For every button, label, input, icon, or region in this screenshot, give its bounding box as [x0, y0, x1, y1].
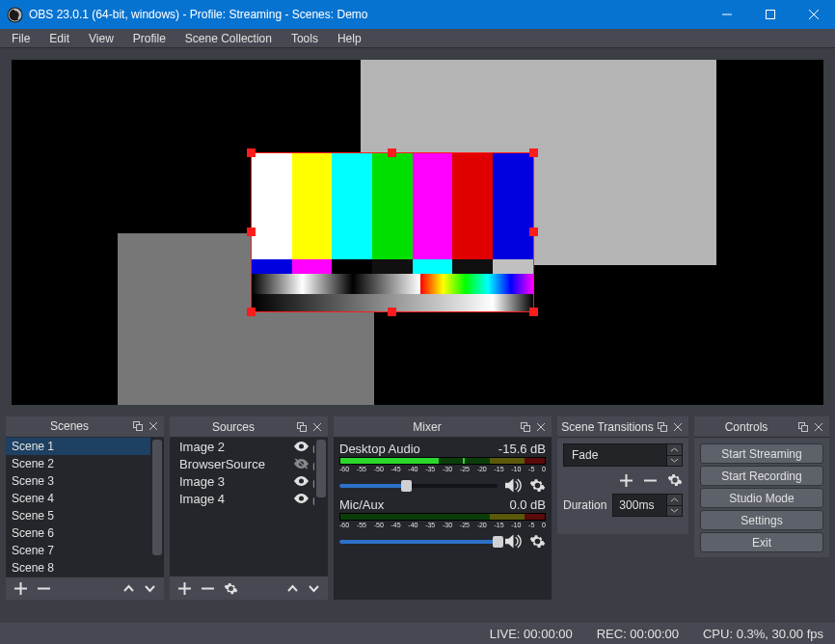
- source-item[interactable]: BrowserSource: [170, 455, 328, 472]
- resize-handle-w[interactable]: [247, 228, 256, 236]
- source-properties-button[interactable]: [224, 581, 238, 596]
- dock-popout-icon[interactable]: [655, 419, 670, 435]
- mixer-volume-slider[interactable]: [339, 479, 498, 493]
- move-source-up-button[interactable]: [286, 582, 299, 595]
- svg-rect-37: [802, 425, 808, 431]
- spin-up-icon[interactable]: [666, 495, 682, 506]
- add-source-button[interactable]: [177, 581, 192, 596]
- settings-button[interactable]: Settings: [700, 510, 823, 530]
- controls-dock-title: Controls: [697, 420, 795, 434]
- mixer-channel-settings-button[interactable]: [529, 477, 546, 494]
- source-item-label: BrowserSource: [179, 457, 293, 471]
- move-source-down-button[interactable]: [308, 582, 320, 595]
- preview-canvas[interactable]: [12, 60, 823, 405]
- transition-duration-spinbox[interactable]: 300ms: [612, 494, 683, 517]
- transition-current: Fade: [564, 444, 666, 466]
- source-visibility-toggle[interactable]: [293, 493, 310, 504]
- source-item-label: Image 3: [179, 474, 293, 489]
- mixer-channel-settings-button[interactable]: [529, 533, 546, 550]
- svg-rect-26: [525, 425, 530, 431]
- source-visibility-toggle[interactable]: [293, 475, 310, 487]
- preview-area: [0, 48, 835, 416]
- menu-scene-collection[interactable]: Scene Collection: [175, 31, 282, 46]
- menubar: File Edit View Profile Scene Collection …: [0, 29, 835, 48]
- source-visibility-toggle[interactable]: [293, 441, 310, 452]
- chevron-down-icon[interactable]: [666, 456, 682, 467]
- move-scene-down-button[interactable]: [144, 582, 156, 595]
- resize-handle-se[interactable]: [529, 308, 538, 316]
- scene-item[interactable]: Scene 7: [6, 542, 164, 559]
- menu-help[interactable]: Help: [328, 31, 371, 46]
- scene-item[interactable]: Scene 5: [6, 507, 164, 524]
- transition-select[interactable]: Fade: [563, 443, 683, 467]
- dock-popout-icon[interactable]: [130, 418, 146, 434]
- dock-close-icon[interactable]: [811, 419, 826, 435]
- scene-item[interactable]: Scene 3: [6, 472, 164, 490]
- resize-handle-ne[interactable]: [529, 148, 538, 157]
- studio-mode-button[interactable]: Studio Mode: [700, 488, 823, 508]
- resize-handle-sw[interactable]: [247, 308, 256, 316]
- scenes-dock: Scenes Scene 1 Scene 2 Scene 3 Scene 4 S…: [6, 416, 164, 600]
- resize-handle-s[interactable]: [388, 308, 396, 316]
- dock-close-icon[interactable]: [146, 418, 161, 434]
- mixer-level-meter: [339, 457, 546, 465]
- sources-list[interactable]: Image 2 BrowserSource Image 3 Image 4: [170, 438, 328, 576]
- transitions-dock-title: Scene Transitions: [560, 420, 655, 434]
- source-visibility-toggle[interactable]: [293, 458, 310, 470]
- scenes-scrollbar[interactable]: [150, 438, 164, 577]
- source-item[interactable]: Image 2: [170, 438, 328, 455]
- scene-item[interactable]: Scene 6: [6, 524, 164, 542]
- scene-item[interactable]: Scene 4: [6, 490, 164, 507]
- window-close-button[interactable]: [792, 0, 835, 29]
- mixer-mute-button[interactable]: [505, 534, 522, 549]
- menu-view[interactable]: View: [79, 31, 123, 46]
- window-minimize-button[interactable]: [705, 0, 748, 29]
- scenes-list[interactable]: Scene 1 Scene 2 Scene 3 Scene 4 Scene 5 …: [6, 438, 164, 577]
- menu-profile[interactable]: Profile: [123, 31, 175, 46]
- move-scene-up-button[interactable]: [122, 582, 135, 595]
- start-streaming-button[interactable]: Start Streaming: [700, 443, 823, 464]
- resize-handle-nw[interactable]: [247, 148, 256, 157]
- remove-scene-button[interactable]: [37, 581, 51, 596]
- scene-item[interactable]: Scene 2: [6, 455, 164, 472]
- dock-popout-icon[interactable]: [795, 419, 811, 435]
- transition-properties-button[interactable]: [667, 472, 683, 488]
- source-item[interactable]: Image 3: [170, 472, 328, 490]
- window-maximize-button[interactable]: [748, 0, 792, 29]
- menu-file[interactable]: File: [2, 31, 40, 46]
- scene-item[interactable]: Scene 1: [6, 438, 164, 455]
- resize-handle-n[interactable]: [388, 148, 396, 157]
- obs-logo-icon: [0, 0, 29, 29]
- add-transition-button[interactable]: [619, 473, 633, 488]
- mixer-mute-button[interactable]: [505, 478, 522, 493]
- selected-source-bounding-box[interactable]: [251, 152, 534, 312]
- add-scene-button[interactable]: [13, 581, 28, 596]
- scene-item[interactable]: Scene 8: [6, 559, 164, 577]
- dock-popout-icon[interactable]: [518, 419, 533, 435]
- chevron-up-icon[interactable]: [666, 444, 682, 456]
- mixer-dock: Mixer Desktop Audio-15.6 dB -60-55-50-45…: [334, 416, 552, 600]
- resize-handle-e[interactable]: [529, 228, 538, 236]
- remove-transition-button[interactable]: [643, 473, 658, 488]
- start-recording-button[interactable]: Start Recording: [700, 466, 823, 486]
- dock-close-icon[interactable]: [533, 419, 549, 435]
- exit-button[interactable]: Exit: [700, 532, 823, 552]
- dock-popout-icon[interactable]: [294, 419, 310, 435]
- spin-down-icon[interactable]: [666, 506, 682, 517]
- remove-source-button[interactable]: [201, 581, 215, 596]
- source-item[interactable]: Image 4: [170, 490, 328, 507]
- status-cpu: CPU: 0.3%, 30.00 fps: [703, 627, 823, 641]
- sources-dock: Sources Image 2 BrowserSource Image 3 Im…: [170, 416, 328, 600]
- sources-scrollbar[interactable]: [314, 438, 328, 576]
- dock-close-icon[interactable]: [670, 419, 686, 435]
- svg-rect-7: [137, 425, 143, 431]
- menu-edit[interactable]: Edit: [40, 31, 79, 46]
- window-titlebar: OBS 23.0.1 (64-bit, windows) - Profile: …: [0, 0, 835, 29]
- svg-rect-14: [301, 425, 307, 431]
- transitions-dock: Scene Transitions Fade Duration 300ms: [557, 416, 688, 534]
- dock-close-icon[interactable]: [310, 419, 325, 435]
- mixer-volume-slider[interactable]: [339, 535, 498, 549]
- mixer-dock-title: Mixer: [337, 420, 518, 434]
- menu-tools[interactable]: Tools: [282, 31, 328, 46]
- window-title: OBS 23.0.1 (64-bit, windows) - Profile: …: [29, 8, 705, 21]
